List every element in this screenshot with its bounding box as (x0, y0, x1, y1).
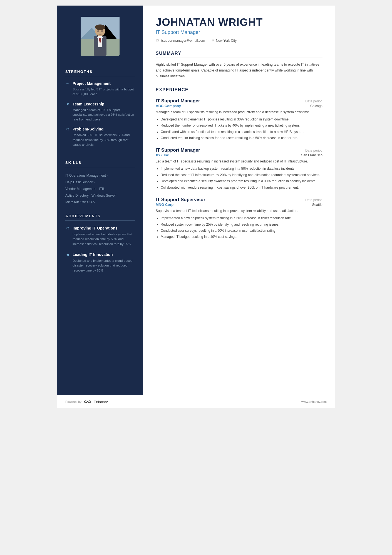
exp-location-3: Seattle (312, 203, 322, 207)
contact-row: @ itsupportmanager@email.com ◎ New York … (156, 39, 322, 43)
svg-point-6 (95, 24, 105, 30)
powered-by-text: Powered by (65, 400, 81, 403)
achievement-title-2: Leading IT Innovation (73, 252, 113, 257)
skill-item: Help Desk Support · (65, 179, 135, 186)
strength-desc-2: Managed a team of 10 IT support speciali… (65, 108, 135, 122)
strengths-title: STRENGTHS (65, 70, 135, 76)
achievement-title-1: Improving IT Operations (73, 226, 118, 231)
resume-header: JOHNATAN WRIGHT IT Support Manager @ its… (156, 17, 322, 43)
strength-title-2: Team Leadership (73, 102, 104, 106)
exp-role-2: IT Support Manager (156, 147, 200, 153)
skill-item: IT Operations Management · (65, 172, 135, 179)
bullet-item: Collaborated with vendors resulting in c… (161, 185, 322, 190)
exp-location-1: Chicago (310, 104, 322, 108)
strength-title-1: Project Management (73, 81, 111, 86)
skill-item: Vendor Management · ITIL · (65, 186, 135, 192)
photo-area (57, 6, 143, 64)
bullet-item: Implemented a new data backup system res… (161, 166, 322, 171)
exp-date-1: Date period (305, 99, 322, 103)
full-name: JOHNATAN WRIGHT (156, 17, 322, 28)
exp-date-2: Date period (305, 149, 322, 152)
exp-entry-abc: IT Support Manager Date period ABC Compa… (156, 98, 322, 141)
bullet-item: Coordinated with cross-functional teams … (161, 129, 322, 135)
location-contact: ◎ New York City (212, 39, 237, 43)
strength-project-mgmt: ✏ Project Management Successfully led 5 … (65, 81, 135, 97)
email-contact: @ itsupportmanager@email.com (156, 39, 205, 43)
exp-role-1: IT Support Manager (156, 98, 200, 104)
star-icon: ★ (65, 252, 70, 257)
bullet-item: Reduced system downtime by 25% by identi… (161, 222, 322, 227)
heart-icon: ♥ (65, 102, 70, 106)
exp-company-1: ABC Company (156, 104, 181, 108)
main-content: JOHNATAN WRIGHT IT Support Manager @ its… (143, 6, 335, 395)
trophy-icon: ⚙ (65, 226, 70, 230)
bullet-item: Reduced the cost of IT infrastructure by… (161, 172, 322, 178)
exp-entry-mno: IT Support Supervisor Date period MNO Co… (156, 197, 322, 240)
email-icon: @ (156, 39, 159, 43)
exp-bullets-1: Developed and implemented IT policies re… (156, 117, 322, 141)
achievement-it-innovation: ★ Leading IT Innovation Designed and imp… (65, 252, 135, 273)
strength-problem-solving: ⚙ Problem-Solving Resolved 500+ IT issue… (65, 127, 135, 147)
achievement-desc-1: Implemented a new help desk system that … (65, 232, 135, 246)
enhancv-logo-icon (83, 399, 92, 404)
exp-desc-3: Supervised a team of IT technicians resu… (156, 208, 322, 214)
bullet-item: Developed and implemented IT policies re… (161, 117, 322, 122)
bullet-item: Managed IT budget resulting in a 10% cos… (161, 234, 322, 240)
achievements-title: ACHIEVEMENTS (65, 214, 135, 221)
bullet-item: Conducted user surveys resulting in a 90… (161, 228, 322, 233)
skills-list: IT Operations Management · Help Desk Sup… (65, 172, 135, 206)
exp-role-3: IT Support Supervisor (156, 197, 205, 203)
exp-company-3: MNO Corp (156, 203, 173, 207)
gear-icon: ⚙ (65, 127, 70, 131)
bullet-item: Reduced the number of unresolved IT tick… (161, 123, 322, 128)
exp-company-2: XYZ Inc (156, 153, 169, 157)
exp-desc-2: Led a team of IT specialists resulting i… (156, 159, 322, 164)
exp-desc-1: Managed a team of IT specialists resulti… (156, 110, 322, 115)
summary-text: Highly skilled IT Support Manager with o… (156, 62, 322, 80)
skill-item: Microsoft Office 365 (65, 199, 135, 206)
pencil-icon: ✏ (65, 81, 70, 86)
svg-point-12 (97, 30, 99, 32)
footer-logo: Powered by Enhancv (65, 399, 108, 404)
location-icon: ◎ (212, 39, 214, 43)
svg-point-13 (101, 30, 103, 32)
footer-brand: Enhancv (94, 400, 108, 404)
achievement-desc-2: Designed and implemented a cloud-based d… (65, 258, 135, 273)
email-value: itsupportmanager@email.com (160, 39, 205, 43)
bullet-item: Conducted regular training sessions for … (161, 135, 322, 141)
job-title: IT Support Manager (156, 29, 322, 35)
exp-bullets-2: Implemented a new data backup system res… (156, 166, 322, 190)
avatar (81, 17, 120, 56)
experience-section-title: EXPERIENCE (156, 87, 322, 94)
exp-entry-xyz: IT Support Manager Date period XYZ Inc S… (156, 147, 322, 190)
skills-section: SKILLS IT Operations Management · Help D… (57, 155, 143, 208)
strengths-section: STRENGTHS ✏ Project Management Successfu… (57, 64, 143, 155)
skill-item: Active Directory · Windows Server · (65, 192, 135, 199)
bullet-item: Implemented a new helpdesk system result… (161, 215, 322, 221)
footer-website: www.enhancv.com (301, 400, 327, 403)
exp-location-2: San Francisco (301, 153, 322, 157)
achievement-it-ops: ⚙ Improving IT Operations Implemented a … (65, 226, 135, 246)
strength-desc-1: Successfully led 5 IT projects with a bu… (65, 87, 135, 97)
location-value: New York City (216, 39, 237, 43)
exp-bullets-3: Implemented a new helpdesk system result… (156, 215, 322, 240)
footer: Powered by Enhancv www.enhancv.com (57, 395, 335, 408)
strength-desc-3: Resolved 500+ IT issues within SLA and r… (65, 133, 135, 147)
skills-title: SKILLS (65, 161, 135, 167)
summary-section-title: SUMMARY (156, 51, 322, 58)
achievements-section: ACHIEVEMENTS ⚙ Improving IT Operations I… (57, 208, 143, 281)
strength-team-leadership: ♥ Team Leadership Managed a team of 10 I… (65, 102, 135, 122)
exp-date-3: Date period (305, 198, 322, 202)
strength-title-3: Problem-Solving (73, 127, 103, 131)
bullet-item: Developed and executed a security awaren… (161, 178, 322, 184)
sidebar: STRENGTHS ✏ Project Management Successfu… (57, 6, 143, 395)
